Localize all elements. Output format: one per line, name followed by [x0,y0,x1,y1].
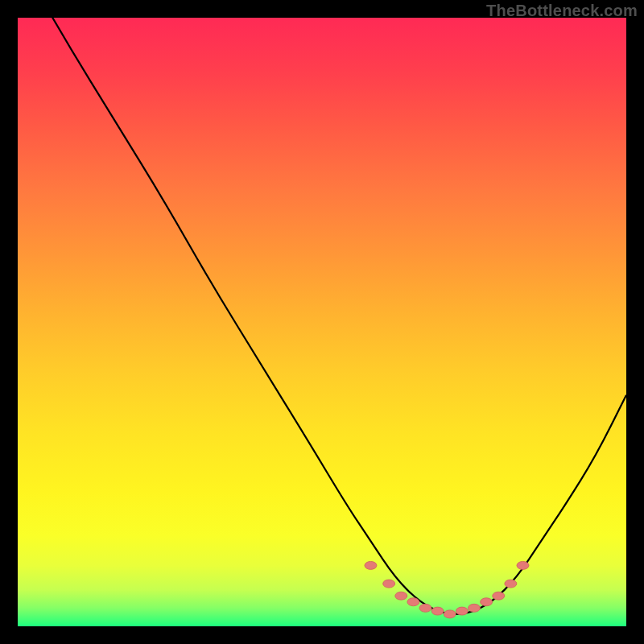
trough-marker [383,580,395,588]
trough-marker [493,592,505,600]
trough-marker [444,610,456,618]
trough-marker [431,607,444,615]
trough-marker [481,598,493,606]
trough-marker [517,561,529,569]
chart-frame: TheBottleneck.com [0,0,644,644]
watermark-text: TheBottleneck.com [486,2,638,20]
trough-marker [365,561,377,569]
trough-marker [419,604,431,612]
trough-marker [395,592,407,600]
trough-marker [407,598,419,606]
bottleneck-curve-path [18,18,626,614]
trough-marker [505,580,517,588]
trough-marker [456,607,468,615]
bottleneck-chart [18,18,626,626]
trough-marker [469,604,481,612]
